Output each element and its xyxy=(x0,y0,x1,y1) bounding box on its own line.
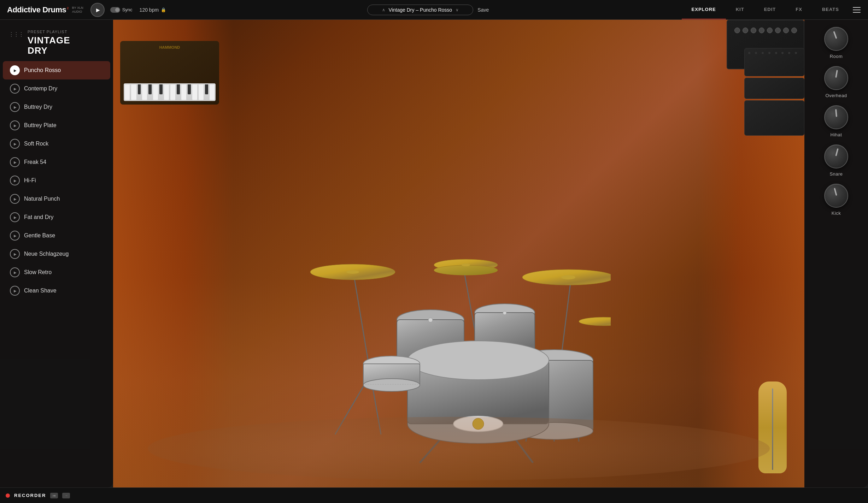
play-button-neue-schlagzeug[interactable] xyxy=(10,249,20,259)
preset-label-contemp-dry: Contemp Dry xyxy=(24,85,57,92)
preset-label-buttrey-plate: Buttrey Plate xyxy=(24,122,57,129)
preset-label-buttrey-dry: Buttrey Dry xyxy=(24,104,52,110)
recorder-label: RECORDER xyxy=(14,493,46,498)
play-button-buttrey-dry[interactable] xyxy=(10,102,20,112)
play-button-gentle-base[interactable] xyxy=(10,231,20,241)
tab-edit[interactable]: EDIT xyxy=(754,0,786,19)
cymbal-bell xyxy=(346,270,359,274)
hihat-bell xyxy=(462,264,470,266)
play-button-fat-and-dry[interactable] xyxy=(10,212,20,222)
preset-item-fat-and-dry[interactable]: Fat and Dry xyxy=(3,208,110,226)
play-button[interactable] xyxy=(90,3,105,17)
cymbal-stand-line xyxy=(353,268,370,374)
chevron-up-icon: ∧ xyxy=(382,7,385,12)
amp-knob xyxy=(791,28,797,33)
preset-label-clean-shave: Clean Shave xyxy=(24,288,57,294)
hihat-knob[interactable] xyxy=(824,105,848,129)
loop-icon[interactable]: ⏮ xyxy=(50,493,58,498)
tab-explore[interactable]: EXPLORE xyxy=(682,0,726,19)
preset-label-slow-retro: Slow Retro xyxy=(24,269,52,276)
preset-name-button[interactable]: ∧ Vintage Dry – Puncho Rosso ∨ xyxy=(367,5,473,15)
drag-handle-icon: ⋮⋮⋮ xyxy=(8,31,23,38)
preset-item-hi-fi[interactable]: Hi-Fi xyxy=(3,171,110,190)
hihat-knob-label: Hihat xyxy=(831,132,842,137)
preset-item-puncho-rosso[interactable]: Puncho Rosso xyxy=(3,61,110,79)
forward-icon[interactable]: → xyxy=(62,493,70,498)
menu-line-3 xyxy=(853,12,861,13)
snare-knob-label: Snare xyxy=(829,171,843,177)
overhead-knob[interactable] xyxy=(824,66,848,90)
tom-lug-2 xyxy=(503,311,506,315)
play-button-puncho-rosso[interactable] xyxy=(10,65,20,75)
overhead-knob-label: Overhead xyxy=(825,93,847,98)
amp-speaker-grid xyxy=(745,48,804,58)
preset-item-soft-rock[interactable]: Soft Rock xyxy=(3,135,110,153)
preset-selector: ∧ Vintage Dry – Puncho Rosso ∨ Save xyxy=(175,5,681,15)
brand-label: BY XLN AUDIO xyxy=(72,6,83,14)
tab-beats[interactable]: BEATS xyxy=(812,0,849,19)
kick-knob[interactable] xyxy=(824,184,848,208)
amp-knob xyxy=(743,28,748,33)
organ-key xyxy=(192,84,198,100)
preset-item-slow-retro[interactable]: Slow Retro xyxy=(3,263,110,282)
organ-key xyxy=(198,84,204,100)
play-button-contemp-dry[interactable] xyxy=(10,84,20,94)
room-knob[interactable] xyxy=(824,27,848,51)
play-button-natural-punch[interactable] xyxy=(10,194,20,204)
speaker-dot xyxy=(755,52,757,54)
amp-stack xyxy=(744,48,804,137)
preset-item-clean-shave[interactable]: Clean Shave xyxy=(3,282,110,300)
preset-item-freak-54[interactable]: Freak 54 xyxy=(3,153,110,171)
amp-box-2 xyxy=(744,78,804,99)
preset-label-freak-54: Freak 54 xyxy=(24,159,46,165)
organ-key xyxy=(164,84,169,100)
preset-item-neue-schlagzeug[interactable]: Neue Schlagzeug xyxy=(3,245,110,263)
knob-section-snare: Snare xyxy=(824,144,848,177)
bpm-display[interactable]: 120 bpm 🔒 xyxy=(140,7,166,13)
knob-section-overhead: Overhead xyxy=(824,66,848,98)
sync-icon xyxy=(110,7,120,13)
organ-key-black xyxy=(137,84,141,95)
organ-key-black xyxy=(205,84,209,95)
chevron-down-icon: ∨ xyxy=(456,7,459,12)
tom-lug xyxy=(428,318,433,322)
organ-key-black xyxy=(187,84,191,95)
preset-item-contemp-dry[interactable]: Contemp Dry xyxy=(3,79,110,98)
guitar-neck xyxy=(772,389,773,470)
play-button-buttrey-plate[interactable] xyxy=(10,120,20,130)
sync-toggle[interactable]: Sync xyxy=(110,7,133,13)
preset-item-natural-punch[interactable]: Natural Punch xyxy=(3,190,110,208)
menu-button[interactable] xyxy=(849,2,864,18)
preset-label-hi-fi: Hi-Fi xyxy=(24,177,36,184)
preset-label-natural-punch: Natural Punch xyxy=(24,196,60,202)
snare-knob[interactable] xyxy=(824,144,848,168)
sidebar: ⋮⋮⋮ Preset playlist VINTAGEDRY Puncho Ro… xyxy=(0,20,113,487)
preset-item-buttrey-dry[interactable]: Buttrey Dry xyxy=(3,98,110,116)
save-button[interactable]: Save xyxy=(477,7,489,13)
preset-item-gentle-base[interactable]: Gentle Base xyxy=(3,226,110,245)
preset-label-neue-schlagzeug: Neue Schlagzeug xyxy=(24,251,69,257)
kick-drum-batter-side xyxy=(407,341,549,380)
play-button-hi-fi[interactable] xyxy=(10,176,20,185)
play-button-soft-rock[interactable] xyxy=(10,139,20,149)
preset-label-fat-and-dry: Fat and Dry xyxy=(24,214,54,220)
amp-knobs xyxy=(727,20,804,36)
tab-fx[interactable]: FX xyxy=(786,0,812,19)
sidebar-header-text: Preset playlist VINTAGEDRY xyxy=(28,30,106,55)
play-button-clean-shave[interactable] xyxy=(10,286,20,296)
cymbal-bell-2 xyxy=(561,275,575,279)
preset-item-buttrey-plate[interactable]: Buttrey Plate xyxy=(3,116,110,135)
tab-kit[interactable]: KIT xyxy=(726,0,754,19)
preset-list: Puncho RossoContemp DryButtrey DryButtre… xyxy=(0,61,113,480)
kit-area: HAMMOND xyxy=(113,20,804,487)
knob-section-hihat: Hihat xyxy=(824,105,848,137)
play-button-slow-retro[interactable] xyxy=(10,267,20,277)
organ-key-black xyxy=(159,84,163,95)
organ-key xyxy=(131,84,136,100)
sidebar-header: ⋮⋮⋮ Preset playlist VINTAGEDRY xyxy=(0,27,113,61)
app-version: 2 xyxy=(67,6,69,10)
crash-cymbal-right xyxy=(579,317,611,326)
speaker-dot xyxy=(781,52,784,54)
speaker-dot xyxy=(795,52,797,54)
play-button-freak-54[interactable] xyxy=(10,157,20,167)
